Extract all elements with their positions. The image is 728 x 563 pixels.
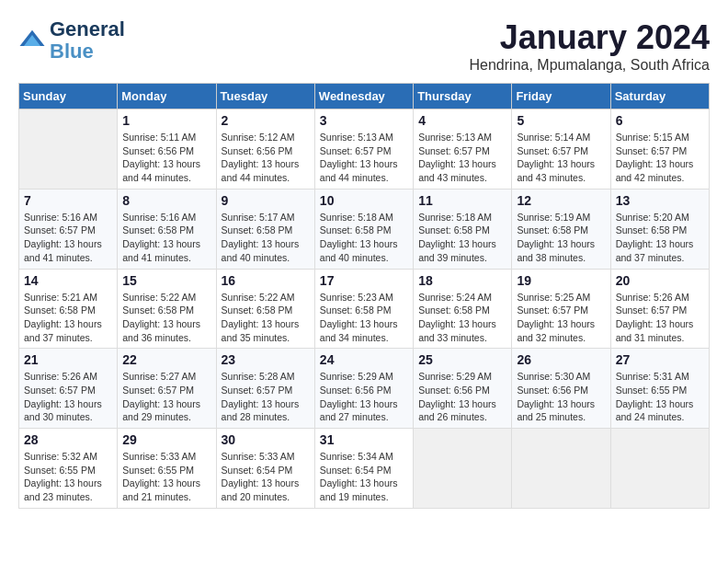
day-info: Sunrise: 5:22 AM Sunset: 6:58 PM Dayligh… — [222, 291, 310, 345]
day-number: 8 — [122, 193, 210, 208]
day-info: Sunrise: 5:33 AM Sunset: 6:55 PM Dayligh… — [122, 450, 210, 504]
calendar-cell — [512, 429, 610, 509]
calendar-cell: 11Sunrise: 5:18 AM Sunset: 6:58 PM Dayli… — [414, 189, 512, 269]
calendar-cell: 28Sunrise: 5:32 AM Sunset: 6:55 PM Dayli… — [19, 429, 118, 509]
day-info: Sunrise: 5:16 AM Sunset: 6:57 PM Dayligh… — [24, 211, 112, 265]
day-number: 7 — [24, 193, 112, 208]
day-number: 19 — [517, 273, 605, 288]
day-info: Sunrise: 5:18 AM Sunset: 6:58 PM Dayligh… — [418, 211, 506, 265]
day-info: Sunrise: 5:15 AM Sunset: 6:57 PM Dayligh… — [616, 131, 704, 185]
day-info: Sunrise: 5:12 AM Sunset: 6:56 PM Dayligh… — [222, 131, 310, 185]
calendar-cell: 16Sunrise: 5:22 AM Sunset: 6:58 PM Dayli… — [216, 269, 314, 349]
day-number: 1 — [122, 113, 210, 128]
calendar-cell: 25Sunrise: 5:29 AM Sunset: 6:56 PM Dayli… — [414, 349, 512, 429]
day-number: 29 — [122, 432, 210, 447]
day-number: 25 — [418, 352, 506, 367]
header-sunday: Sunday — [19, 84, 118, 109]
header-thursday: Thursday — [414, 84, 512, 109]
calendar-cell: 15Sunrise: 5:22 AM Sunset: 6:58 PM Dayli… — [118, 269, 216, 349]
calendar-cell: 26Sunrise: 5:30 AM Sunset: 6:56 PM Dayli… — [512, 349, 610, 429]
calendar-cell: 13Sunrise: 5:20 AM Sunset: 6:58 PM Dayli… — [610, 189, 709, 269]
logo-line2: Blue — [50, 40, 125, 63]
day-number: 27 — [616, 352, 704, 367]
day-info: Sunrise: 5:24 AM Sunset: 6:58 PM Dayligh… — [418, 291, 506, 345]
week-row-4: 28Sunrise: 5:32 AM Sunset: 6:55 PM Dayli… — [19, 429, 710, 509]
header-wednesday: Wednesday — [314, 84, 413, 109]
header-friday: Friday — [512, 84, 610, 109]
day-number: 15 — [122, 273, 210, 288]
calendar-cell: 7Sunrise: 5:16 AM Sunset: 6:57 PM Daylig… — [19, 189, 118, 269]
day-info: Sunrise: 5:32 AM Sunset: 6:55 PM Dayligh… — [24, 450, 112, 504]
day-info: Sunrise: 5:23 AM Sunset: 6:58 PM Dayligh… — [320, 291, 408, 345]
logo-line1: General — [50, 18, 125, 40]
header-monday: Monday — [118, 84, 216, 109]
calendar-cell: 4Sunrise: 5:13 AM Sunset: 6:57 PM Daylig… — [414, 109, 512, 190]
calendar-cell: 3Sunrise: 5:13 AM Sunset: 6:57 PM Daylig… — [314, 109, 413, 190]
calendar-cell: 1Sunrise: 5:11 AM Sunset: 6:56 PM Daylig… — [118, 109, 216, 190]
day-number: 23 — [222, 352, 310, 367]
calendar-cell: 21Sunrise: 5:26 AM Sunset: 6:57 PM Dayli… — [19, 349, 118, 429]
day-number: 22 — [122, 352, 210, 367]
week-row-3: 21Sunrise: 5:26 AM Sunset: 6:57 PM Dayli… — [19, 349, 710, 429]
day-info: Sunrise: 5:34 AM Sunset: 6:54 PM Dayligh… — [320, 450, 408, 504]
day-number: 4 — [418, 113, 506, 128]
day-number: 11 — [418, 193, 506, 208]
day-number: 3 — [320, 113, 408, 128]
calendar-cell: 19Sunrise: 5:25 AM Sunset: 6:57 PM Dayli… — [512, 269, 610, 349]
day-info: Sunrise: 5:33 AM Sunset: 6:54 PM Dayligh… — [222, 450, 310, 504]
day-number: 18 — [418, 273, 506, 288]
day-info: Sunrise: 5:29 AM Sunset: 6:56 PM Dayligh… — [320, 370, 408, 424]
calendar-table: SundayMondayTuesdayWednesdayThursdayFrid… — [18, 83, 710, 509]
day-info: Sunrise: 5:17 AM Sunset: 6:58 PM Dayligh… — [222, 211, 310, 265]
day-info: Sunrise: 5:25 AM Sunset: 6:57 PM Dayligh… — [517, 291, 605, 345]
calendar-cell: 31Sunrise: 5:34 AM Sunset: 6:54 PM Dayli… — [314, 429, 413, 509]
calendar-cell: 12Sunrise: 5:19 AM Sunset: 6:58 PM Dayli… — [512, 189, 610, 269]
day-number: 12 — [517, 193, 605, 208]
calendar-cell: 14Sunrise: 5:21 AM Sunset: 6:58 PM Dayli… — [19, 269, 118, 349]
page-subtitle: Hendrina, Mpumalanga, South Africa — [470, 57, 710, 74]
day-info: Sunrise: 5:26 AM Sunset: 6:57 PM Dayligh… — [616, 291, 704, 345]
day-number: 21 — [24, 352, 112, 367]
calendar-cell — [19, 109, 118, 190]
page-title: January 2024 — [470, 18, 710, 57]
day-number: 13 — [616, 193, 704, 208]
day-info: Sunrise: 5:14 AM Sunset: 6:57 PM Dayligh… — [517, 131, 605, 185]
day-number: 16 — [222, 273, 310, 288]
day-number: 30 — [222, 432, 310, 447]
calendar-cell: 30Sunrise: 5:33 AM Sunset: 6:54 PM Dayli… — [216, 429, 314, 509]
calendar-body: 1Sunrise: 5:11 AM Sunset: 6:56 PM Daylig… — [19, 109, 710, 509]
calendar-cell: 9Sunrise: 5:17 AM Sunset: 6:58 PM Daylig… — [216, 189, 314, 269]
day-info: Sunrise: 5:27 AM Sunset: 6:57 PM Dayligh… — [122, 370, 210, 424]
day-number: 31 — [320, 432, 408, 447]
week-row-0: 1Sunrise: 5:11 AM Sunset: 6:56 PM Daylig… — [19, 109, 710, 190]
day-info: Sunrise: 5:13 AM Sunset: 6:57 PM Dayligh… — [418, 131, 506, 185]
day-info: Sunrise: 5:18 AM Sunset: 6:58 PM Dayligh… — [320, 211, 408, 265]
day-info: Sunrise: 5:20 AM Sunset: 6:58 PM Dayligh… — [616, 211, 704, 265]
day-info: Sunrise: 5:28 AM Sunset: 6:57 PM Dayligh… — [222, 370, 310, 424]
day-number: 5 — [517, 113, 605, 128]
calendar-cell: 22Sunrise: 5:27 AM Sunset: 6:57 PM Dayli… — [118, 349, 216, 429]
logo: General Blue — [18, 18, 125, 63]
week-row-2: 14Sunrise: 5:21 AM Sunset: 6:58 PM Dayli… — [19, 269, 710, 349]
day-info: Sunrise: 5:11 AM Sunset: 6:56 PM Dayligh… — [122, 131, 210, 185]
calendar-cell: 6Sunrise: 5:15 AM Sunset: 6:57 PM Daylig… — [610, 109, 709, 190]
day-number: 24 — [320, 352, 408, 367]
calendar-cell: 24Sunrise: 5:29 AM Sunset: 6:56 PM Dayli… — [314, 349, 413, 429]
calendar-cell: 20Sunrise: 5:26 AM Sunset: 6:57 PM Dayli… — [610, 269, 709, 349]
day-number: 10 — [320, 193, 408, 208]
day-info: Sunrise: 5:19 AM Sunset: 6:58 PM Dayligh… — [517, 211, 605, 265]
day-info: Sunrise: 5:31 AM Sunset: 6:55 PM Dayligh… — [616, 370, 704, 424]
calendar-cell: 17Sunrise: 5:23 AM Sunset: 6:58 PM Dayli… — [314, 269, 413, 349]
header-saturday: Saturday — [610, 84, 709, 109]
day-number: 17 — [320, 273, 408, 288]
calendar-cell: 8Sunrise: 5:16 AM Sunset: 6:58 PM Daylig… — [118, 189, 216, 269]
page-header: General Blue January 2024 Hendrina, Mpum… — [18, 18, 710, 74]
day-info: Sunrise: 5:26 AM Sunset: 6:57 PM Dayligh… — [24, 370, 112, 424]
calendar-cell: 18Sunrise: 5:24 AM Sunset: 6:58 PM Dayli… — [414, 269, 512, 349]
calendar-cell — [610, 429, 709, 509]
day-number: 9 — [222, 193, 310, 208]
header-tuesday: Tuesday — [216, 84, 314, 109]
day-info: Sunrise: 5:16 AM Sunset: 6:58 PM Dayligh… — [122, 211, 210, 265]
calendar-cell — [414, 429, 512, 509]
calendar-cell: 29Sunrise: 5:33 AM Sunset: 6:55 PM Dayli… — [118, 429, 216, 509]
